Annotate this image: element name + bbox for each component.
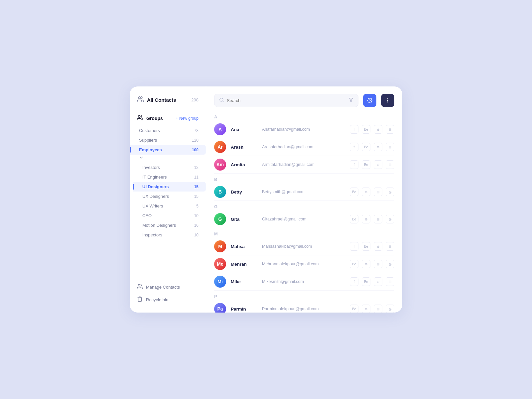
filter-icon[interactable] xyxy=(348,97,353,104)
manage-contacts-item[interactable]: Manage Contacts xyxy=(130,281,206,293)
icon-grid-betty[interactable]: ⊞ xyxy=(374,188,382,196)
contact-row-ana[interactable]: A Ana Anafarhadian@gmail.com f Be ⊕ ⊞ xyxy=(214,121,394,138)
contact-email-mahsa: Mahsashakiba@gmail.com xyxy=(262,244,345,249)
svg-marker-5 xyxy=(349,98,353,101)
search-icon xyxy=(219,97,224,104)
avatar-betty: B xyxy=(214,186,226,198)
icon-dribbble-ana[interactable]: ⊕ xyxy=(374,125,382,134)
icon-grid-mehran[interactable]: ⊞ xyxy=(374,260,382,268)
sidebar-item-ux-designers[interactable]: UX Designers 15 xyxy=(133,192,206,201)
icon-be-gita[interactable]: Be xyxy=(350,215,358,223)
sidebar-item-suppliers[interactable]: Suppliers 120 xyxy=(130,135,206,145)
icon-grid-ana[interactable]: ⊞ xyxy=(386,125,394,134)
search-bar[interactable] xyxy=(214,94,358,107)
icon-be-arash[interactable]: Be xyxy=(362,143,370,151)
contact-icons-ana: f Be ⊕ ⊞ xyxy=(350,125,394,134)
icon-grid-gita[interactable]: ⊞ xyxy=(374,215,382,223)
icon-dribbble-arash[interactable]: ⊕ xyxy=(374,143,382,151)
contact-row-mike[interactable]: Mi Mike Mikesmith@gmail.com f Be ⊕ ⊞ xyxy=(214,273,394,291)
icon-fb-mahsa[interactable]: f xyxy=(350,242,358,251)
main-panel: A A Ana Anafarhadian@gmail.com f Be ⊕ ⊞ … xyxy=(206,86,402,313)
icon-be-armita[interactable]: Be xyxy=(362,160,370,169)
icon-grid-mahsa[interactable]: ⊞ xyxy=(386,242,394,251)
sidebar-item-investors[interactable]: Investors 12 xyxy=(133,163,206,172)
svg-point-6 xyxy=(369,100,370,101)
settings-button[interactable] xyxy=(363,94,376,107)
avatar-mahsa: M xyxy=(214,240,226,252)
icon-be-parmin[interactable]: Be xyxy=(350,305,358,313)
contact-name-parmin: Parmin xyxy=(231,307,257,312)
new-group-button[interactable]: + New group xyxy=(176,116,199,121)
icon-whatsapp-betty[interactable]: ◎ xyxy=(386,188,394,196)
sidebar-item-customers[interactable]: Customers 78 xyxy=(130,126,206,135)
contact-row-mehran[interactable]: Me Mehran Mehranmalekpour@gmail.com Be ⊕… xyxy=(214,255,394,273)
recycle-bin-item[interactable]: Recycle bin xyxy=(130,293,206,306)
contact-row-gita[interactable]: G Gita Gitazahraei@gmail.com Be ⊕ ⊞ ◎ xyxy=(214,210,394,228)
sidebar-item-motion-designers[interactable]: Motion Designers 16 xyxy=(133,220,206,230)
contact-email-gita: Gitazahraei@gmail.com xyxy=(262,217,345,221)
icon-grid-mike[interactable]: ⊞ xyxy=(386,277,394,286)
icon-dribbble-mehran[interactable]: ⊕ xyxy=(362,260,370,268)
icon-whatsapp-gita[interactable]: ◎ xyxy=(386,215,394,223)
sidebar-bottom: Manage Contacts Recycle bin xyxy=(130,277,206,306)
more-options-button[interactable] xyxy=(381,94,394,107)
icon-dribbble-armita[interactable]: ⊕ xyxy=(374,160,382,169)
groups-header: Groups + New group xyxy=(130,115,206,126)
icon-fb-armita[interactable]: f xyxy=(350,160,358,169)
svg-line-4 xyxy=(222,101,223,102)
sidebar-item-employees[interactable]: Employees 100 xyxy=(130,145,206,155)
icon-be-ana[interactable]: Be xyxy=(362,125,370,134)
icon-whatsapp-mehran[interactable]: ◎ xyxy=(386,260,394,268)
contact-email-ana: Anafarhadian@gmail.com xyxy=(262,127,345,132)
sidebar: All Contacts 298 Groups + New group xyxy=(130,86,206,313)
contact-row-betty[interactable]: B Betty Bettysmith@gmail.com Be ⊕ ⊞ ◎ xyxy=(214,183,394,201)
icon-be-mehran[interactable]: Be xyxy=(350,260,358,268)
manage-contacts-label: Manage Contacts xyxy=(146,285,180,290)
icon-dribbble-mahsa[interactable]: ⊕ xyxy=(374,242,382,251)
section-p: P xyxy=(214,291,394,300)
sidebar-item-ui-designers[interactable]: UI Designers 15 xyxy=(133,182,206,192)
contact-name-mike: Mike xyxy=(231,279,257,284)
avatar-armita: Am xyxy=(214,159,226,171)
contacts-icon xyxy=(137,96,144,104)
icon-be-betty[interactable]: Be xyxy=(350,188,358,196)
avatar-arash: Ar xyxy=(214,141,226,153)
icon-fb-ana[interactable]: f xyxy=(350,125,358,134)
sidebar-item-it-engineers[interactable]: IT Engineers 11 xyxy=(133,172,206,182)
icon-be-mike[interactable]: Be xyxy=(362,277,370,286)
all-contacts-count: 298 xyxy=(191,97,199,102)
contact-icons-mahsa: f Be ⊕ ⊞ xyxy=(350,242,394,251)
icon-dribbble-parmin[interactable]: ⊕ xyxy=(362,305,370,313)
main-toolbar xyxy=(206,86,402,111)
icon-dribbble-mike[interactable]: ⊕ xyxy=(374,277,382,286)
sidebar-divider xyxy=(136,110,200,110)
contact-row-armita[interactable]: Am Armita Armitafarhadian@gmail.com f Be… xyxy=(214,156,394,174)
all-contacts-item[interactable]: All Contacts 298 xyxy=(130,96,206,110)
icon-grid-armita[interactable]: ⊞ xyxy=(386,160,394,169)
icon-whatsapp-parmin[interactable]: ◎ xyxy=(386,305,394,313)
svg-point-9 xyxy=(387,102,388,102)
sidebar-item-ux-writers[interactable]: UX Writers 5 xyxy=(133,201,206,211)
contact-name-armita: Armita xyxy=(231,162,257,167)
contact-row-parmin[interactable]: Pa Parmin Parminmalekpouri@gmail.com Be … xyxy=(214,300,394,313)
contact-row-mahsa[interactable]: M Mahsa Mahsashakiba@gmail.com f Be ⊕ ⊞ xyxy=(214,238,394,255)
subgroups: Investors 12 IT Engineers 11 UI Designer… xyxy=(133,163,206,240)
icon-fb-arash[interactable]: f xyxy=(350,143,358,151)
icon-dribbble-betty[interactable]: ⊕ xyxy=(362,188,370,196)
app-window: All Contacts 298 Groups + New group xyxy=(130,86,402,313)
sidebar-item-inspectors[interactable]: Inspectors 10 xyxy=(133,230,206,240)
search-input[interactable] xyxy=(227,98,346,103)
section-g: G xyxy=(214,201,394,210)
icon-grid-arash[interactable]: ⊞ xyxy=(386,143,394,151)
contact-email-mike: Mikesmith@gmail.com xyxy=(262,279,345,284)
sidebar-item-ceo[interactable]: CEO 10 xyxy=(133,211,206,220)
contact-row-arash[interactable]: Ar Arash Arashfarhadian@gmail.com f Be ⊕… xyxy=(214,138,394,156)
icon-grid-parmin[interactable]: ⊞ xyxy=(374,305,382,313)
groups-icon xyxy=(137,115,143,122)
icon-be-mahsa[interactable]: Be xyxy=(362,242,370,251)
contact-email-betty: Bettysmith@gmail.com xyxy=(262,190,345,194)
icon-fb-mike[interactable]: f xyxy=(350,277,358,286)
section-b: B xyxy=(214,174,394,183)
icon-dribbble-gita[interactable]: ⊕ xyxy=(362,215,370,223)
employees-chevron[interactable] xyxy=(130,155,206,163)
